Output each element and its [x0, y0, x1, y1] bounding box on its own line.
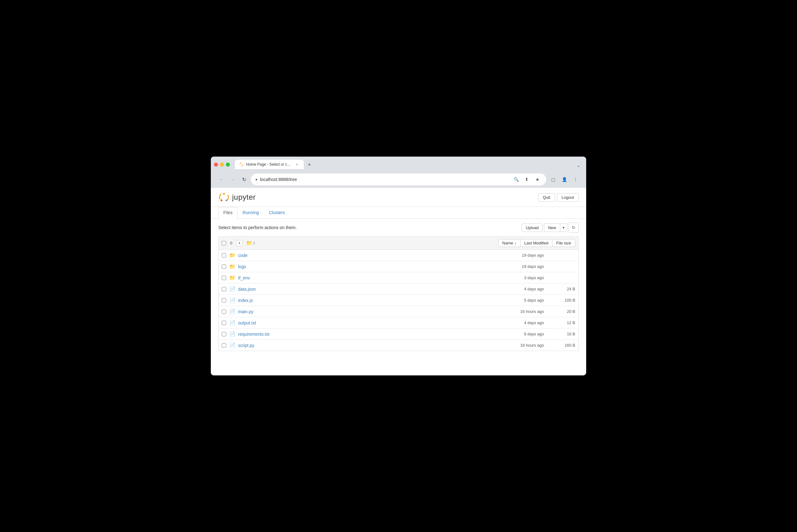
row-checkbox[interactable] [222, 309, 226, 314]
quit-button[interactable]: Quit [538, 193, 555, 202]
tab-files[interactable]: Files [218, 207, 238, 219]
file-name-link[interactable]: output.txt [238, 320, 500, 325]
file-name-link[interactable]: requirements.txt [238, 331, 500, 337]
table-row: 📄 requirements.txt 6 days ago 16 B [219, 328, 578, 340]
file-icon: 📄 [229, 331, 236, 337]
tab-bar: Home Page - Select or create × + ⌄ [235, 160, 583, 169]
table-row: 📄 output.txt 4 days ago 12 B [219, 317, 578, 328]
svg-point-4 [225, 200, 227, 201]
size-sort-button[interactable]: File size [552, 239, 575, 247]
file-size: 12 B [550, 320, 575, 325]
item-count: 0 [228, 241, 234, 245]
file-modified: 4 days ago [500, 287, 550, 291]
row-checkbox[interactable] [222, 298, 226, 303]
zoom-icon[interactable]: 🔍 [512, 175, 520, 184]
back-button[interactable]: ← [217, 175, 226, 184]
folder-icon: 📁 [229, 264, 236, 269]
svg-point-0 [240, 163, 243, 166]
row-checkbox[interactable] [222, 332, 226, 336]
file-size: 160 B [550, 343, 575, 347]
row-checkbox[interactable] [222, 264, 226, 269]
menu-icon[interactable]: ⋮ [571, 175, 580, 184]
traffic-lights [214, 163, 230, 167]
select-all-checkbox[interactable] [222, 241, 226, 245]
extensions-icon[interactable]: ▢ [549, 175, 557, 184]
lock-icon: ● [255, 177, 257, 182]
modified-sort-button[interactable]: Last Modified [520, 239, 552, 247]
address-bar-row: ← → ↻ ● localhost:8888/tree 🔍 ⬆ ★ ▢ 👤 ⋮ [214, 172, 583, 188]
address-icons: 🔍 ⬆ ★ [512, 175, 542, 184]
file-modified: 4 days ago [500, 320, 550, 325]
share-icon[interactable]: ⬆ [522, 175, 531, 184]
tab-menu-button[interactable]: ⌄ [574, 162, 583, 169]
tab-title: Home Page - Select or create [246, 162, 292, 167]
file-name-link[interactable]: tf_env [238, 276, 500, 280]
refresh-button[interactable]: ↻ [569, 223, 579, 232]
svg-point-2 [223, 193, 225, 195]
new-tab-button[interactable]: + [305, 160, 314, 169]
jupyter-logo: jupyter [218, 192, 256, 203]
nav-tabs: Files Running Clusters [211, 207, 586, 219]
minimize-traffic-light[interactable] [220, 163, 224, 167]
browser-chrome: Home Page - Select or create × + ⌄ ← → ↻… [211, 157, 586, 188]
bookmark-icon[interactable]: ★ [533, 175, 542, 184]
row-checkbox[interactable] [222, 321, 226, 325]
forward-button[interactable]: → [228, 175, 237, 184]
address-field[interactable]: ● localhost:8888/tree 🔍 ⬆ ★ [251, 173, 546, 185]
file-icon: 📄 [229, 320, 236, 326]
breadcrumb-folder-icon: 📁 [246, 240, 253, 246]
file-modified: 16 hours ago [500, 309, 550, 314]
file-icon: 📄 [229, 308, 236, 315]
row-checkbox[interactable] [222, 287, 226, 291]
name-sort-button[interactable]: Name ↓ [498, 239, 520, 247]
row-checkbox[interactable] [222, 276, 226, 280]
file-name-link[interactable]: script.py [238, 343, 500, 348]
toolbar-select-text: Select items to perform actions on them. [218, 225, 297, 230]
browser-window: Home Page - Select or create × + ⌄ ← → ↻… [211, 157, 586, 375]
browser-titlebar: Home Page - Select or create × + ⌄ [214, 160, 583, 169]
new-button-dropdown[interactable]: ▾ [560, 224, 568, 232]
file-name-link[interactable]: code [238, 253, 500, 258]
logout-button[interactable]: Logout [557, 193, 579, 202]
upload-button[interactable]: Upload [522, 224, 543, 232]
folder-icon: 📁 [229, 252, 236, 258]
active-tab[interactable]: Home Page - Select or create × [235, 160, 304, 169]
file-name-link[interactable]: data.json [238, 287, 500, 292]
address-text: localhost:8888/tree [260, 177, 509, 182]
reload-button[interactable]: ↻ [240, 175, 248, 184]
file-size: 16 B [550, 331, 575, 336]
file-icon: 📄 [229, 297, 236, 303]
maximize-traffic-light[interactable] [226, 163, 230, 167]
row-checkbox[interactable] [222, 343, 226, 347]
close-traffic-light[interactable] [214, 163, 218, 167]
file-toolbar: Select items to perform actions on them.… [211, 219, 586, 236]
new-button-group: New ▾ [544, 224, 568, 232]
file-rows: 📁 code 19 days ago 📁 logs 19 days ago 📁 … [219, 250, 578, 351]
jupyter-logo-text: jupyter [232, 193, 256, 202]
tab-clusters[interactable]: Clusters [264, 207, 290, 219]
file-modified: 19 days ago [500, 253, 550, 258]
table-row: 📁 code 19 days ago [219, 250, 578, 261]
breadcrumb-area: 📁 / [246, 240, 498, 246]
tab-favicon-icon [239, 162, 244, 167]
new-button[interactable]: New [544, 224, 560, 232]
page-content: jupyter Quit Logout Files Running Cluste… [211, 188, 586, 375]
toolbar-actions: Upload New ▾ ↻ [522, 223, 579, 232]
tab-close-button[interactable]: × [294, 162, 299, 167]
file-name-link[interactable]: main.py [238, 309, 500, 314]
header-checkbox-area: 0 ▾ [222, 240, 242, 246]
file-size: 105 B [550, 298, 575, 303]
file-modified: 6 days ago [500, 331, 550, 336]
file-size: 20 B [550, 309, 575, 314]
file-name-link[interactable]: logs [238, 264, 500, 269]
jupyter-header: jupyter Quit Logout [211, 188, 586, 207]
select-dropdown-button[interactable]: ▾ [236, 240, 242, 246]
profile-icon[interactable]: 👤 [560, 175, 569, 184]
file-modified: 3 days ago [500, 276, 550, 280]
table-row: 📁 tf_env 3 days ago [219, 272, 578, 284]
row-checkbox[interactable] [222, 253, 226, 258]
tab-running[interactable]: Running [238, 207, 264, 219]
file-icon: 📄 [229, 286, 236, 292]
file-name-link[interactable]: index.js [238, 298, 500, 303]
folder-icon: 📁 [229, 275, 236, 281]
